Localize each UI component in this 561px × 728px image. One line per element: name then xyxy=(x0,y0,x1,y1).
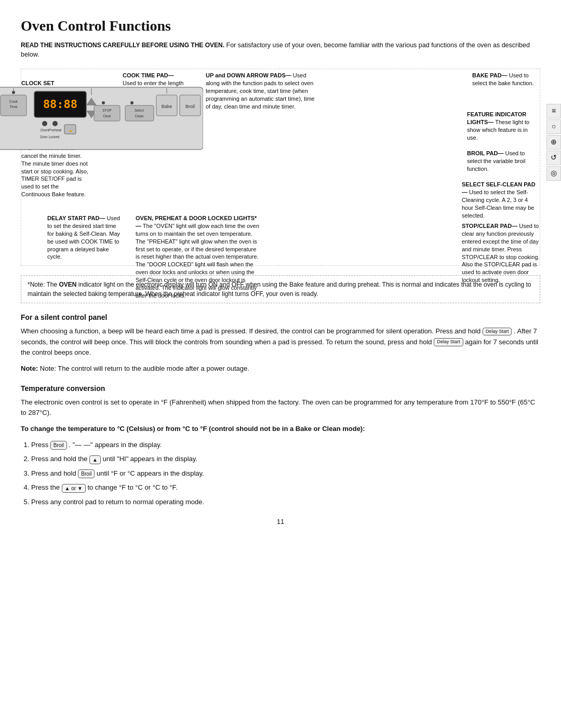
svg-text:Select: Select xyxy=(135,109,144,112)
svg-text:Bake: Bake xyxy=(162,104,172,109)
edge-icon-1[interactable]: ≡ xyxy=(546,104,561,118)
svg-point-18 xyxy=(52,121,58,126)
svg-point-16 xyxy=(42,121,47,126)
temp-steps-list: Press Broil . "— —" appears in the displ… xyxy=(31,440,540,507)
delay-start-btn-1[interactable]: Delay Start xyxy=(483,328,512,336)
intro-paragraph: READ THE INSTRUCTIONS CAREFULLY BEFORE U… xyxy=(21,41,540,59)
ann-feature-indicator: FEATURE INDICATOR LIGHTS— These light to… xyxy=(467,111,540,141)
step3-btn[interactable]: Broil xyxy=(78,469,95,478)
step-1: Press Broil . "— —" appears in the displ… xyxy=(31,440,540,450)
diagram-area: CLOCK SET PAD— Used to set the time of d… xyxy=(21,69,540,266)
svg-rect-27 xyxy=(125,105,154,121)
right-edge-icons: ≡ ○ ⊕ ↺ ◎ xyxy=(546,104,561,181)
step-5: Press any control pad to return to norma… xyxy=(31,497,540,507)
svg-text:Time: Time xyxy=(9,105,17,109)
step4-btn[interactable]: ▲ or ▼ xyxy=(62,484,86,493)
svg-text:Door Locked: Door Locked xyxy=(41,135,60,139)
silent-body-text: When choosing a function, a beep will be… xyxy=(21,327,480,335)
temp-conversion-body: The electronic oven control is set to op… xyxy=(21,397,540,419)
silent-note: Note: Note: The control will return to t… xyxy=(21,363,540,374)
note-oven-bold: OVEN xyxy=(59,281,76,288)
svg-text:88:88: 88:88 xyxy=(43,98,77,111)
svg-text:Clean: Clean xyxy=(135,114,144,118)
svg-rect-23 xyxy=(94,105,120,121)
step2-btn[interactable]: ▲ xyxy=(89,455,101,464)
edge-icon-3[interactable]: ⊕ xyxy=(546,135,561,150)
svg-text:Clear: Clear xyxy=(103,114,111,118)
silent-panel-title: For a silent control panel xyxy=(21,313,540,323)
ann-broil-pad: BROIL PAD— Used to select the variable b… xyxy=(467,150,540,173)
intro-bold: READ THE INSTRUCTIONS CAREFULLY BEFORE U… xyxy=(21,42,224,49)
note-prefix: *Note: The xyxy=(28,281,59,288)
ann-bake-pad: BAKE PAD— Used to select the bake functi… xyxy=(472,72,540,87)
ann-stop-clear: STOP/CLEAR PAD— Used to clear any functi… xyxy=(462,222,540,284)
svg-point-30 xyxy=(130,101,133,104)
svg-text:Oven: Oven xyxy=(41,128,49,132)
step1-btn[interactable]: Broil xyxy=(50,441,67,450)
step-2: Press and hold the ▲ until "HI" appears … xyxy=(31,454,540,464)
temp-change-title: To change the temperature to °C (Celsius… xyxy=(21,424,540,435)
svg-text:Cook: Cook xyxy=(9,100,18,103)
svg-text:🔒: 🔒 xyxy=(69,128,73,132)
ann-up-down: UP and DOWN ARROW PADS— Used along with … xyxy=(206,72,320,110)
page-title: Oven Control Functions xyxy=(21,16,540,36)
step-4: Press the ▲ or ▼ to change °F to °C or °… xyxy=(31,482,540,493)
svg-text:Preheat: Preheat xyxy=(49,128,62,132)
edge-icon-4[interactable]: ↺ xyxy=(546,151,561,165)
ann-oven-preheat: OVEN, PREHEAT & DOOR LOCKED LIGHTS* — Th… xyxy=(136,214,260,299)
edge-icon-2[interactable]: ○ xyxy=(546,119,561,134)
ann-select-self-clean: SELECT SELF-CLEAN PAD— Used to select th… xyxy=(462,181,540,219)
note-text: indicator light on the electronic displa… xyxy=(28,281,531,298)
svg-text:STOP: STOP xyxy=(102,109,112,112)
temp-conversion-title: Temperature conversion xyxy=(21,384,540,394)
page-number: 11 xyxy=(21,517,540,527)
ann-delay-start: DELAY START PAD— Used to set the desired… xyxy=(47,214,123,261)
step-3: Press and hold Broil until °F or °C appe… xyxy=(31,468,540,479)
silent-panel-body: When choosing a function, a beep will be… xyxy=(21,326,540,358)
delay-start-btn-2[interactable]: Delay Start xyxy=(434,338,463,346)
control-panel-svg: Timer Set/Off Delay Start Cook Time 88:8… xyxy=(0,77,203,165)
svg-point-26 xyxy=(102,101,105,104)
svg-text:Broil: Broil xyxy=(185,104,195,109)
edge-icon-5[interactable]: ◎ xyxy=(546,166,561,181)
